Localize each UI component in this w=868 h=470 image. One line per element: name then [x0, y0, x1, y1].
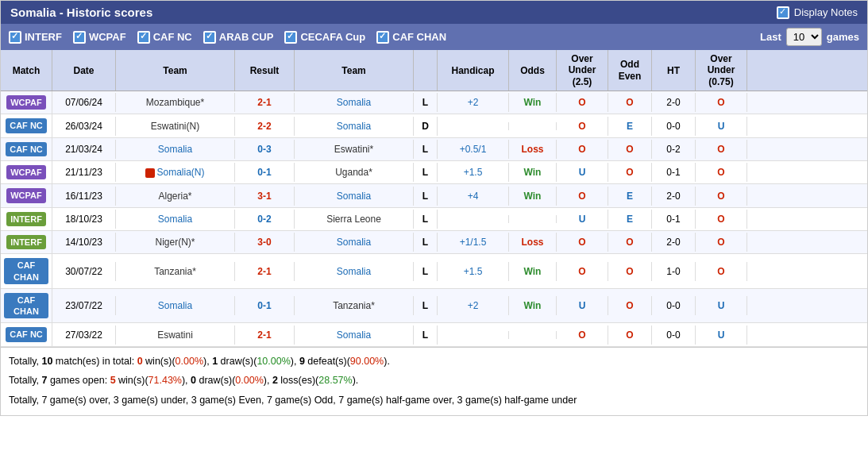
cell-match: CAF CHAN [1, 289, 52, 323]
cell-match: WCPAF [1, 184, 52, 206]
cell-handicap: +1.5 [438, 163, 509, 182]
cell-date: 21/11/23 [52, 163, 116, 182]
cell-outcome: L [414, 187, 438, 206]
filter-cecafa[interactable]: CECAFA Cup [284, 31, 365, 44]
cell-team1: Somalia(N) [116, 163, 235, 182]
cell-team1: Eswatini(N) [116, 117, 235, 136]
arabcup-checkbox[interactable] [203, 31, 216, 44]
col-team2: Team [295, 50, 414, 91]
display-notes-checkbox[interactable] [777, 6, 789, 19]
cell-match: CAF NC [1, 323, 52, 345]
display-notes-section: Display Notes [777, 6, 858, 19]
cell-result: 3-0 [235, 233, 295, 252]
cell-match: CAF CHAN [1, 254, 52, 288]
cell-team2: Somalia [295, 262, 414, 281]
cell-ht: 0-0 [652, 117, 696, 136]
cell-team2: Sierra Leone [295, 210, 414, 229]
table-row: CAF CHAN23/07/22Somalia0-1Tanzania*L+2Wi… [1, 289, 867, 324]
cell-ou25: U [557, 210, 608, 229]
cell-match: INTERF [1, 208, 52, 230]
cell-ou075: U [696, 117, 747, 136]
cell-team1: Niger(N)* [116, 233, 235, 252]
interf-checkbox[interactable] [9, 31, 21, 44]
summary-line3: Totally, 7 game(s) over, 3 game(s) under… [9, 391, 859, 410]
interf-label: INTERF [25, 31, 62, 43]
cell-odds: Win [509, 296, 557, 315]
cell-result: 2-1 [235, 93, 295, 112]
arabcup-label: ARAB CUP [219, 31, 274, 43]
table-row: CAF NC27/03/22Eswatini2-1SomaliaLOO0-0U [1, 323, 867, 346]
cell-team2: Somalia [295, 117, 414, 136]
cell-oe: E [608, 210, 652, 229]
cafnc-checkbox[interactable] [137, 31, 150, 44]
cell-ou25: U [557, 163, 608, 182]
col-match: Match [1, 50, 52, 91]
filter-wcpaf[interactable]: WCPAF [73, 31, 126, 44]
cell-result: 0-1 [235, 296, 295, 315]
cell-ou25: O [557, 93, 608, 112]
cell-odds [509, 122, 557, 130]
filter-cafnc[interactable]: CAF NC [137, 31, 192, 44]
table-row: CAF NC21/03/24Somalia0-3Eswatini*L+0.5/1… [1, 138, 867, 161]
cell-ou075: O [696, 262, 747, 281]
cell-odds [509, 215, 557, 223]
filter-cafchan[interactable]: CAF CHAN [376, 31, 446, 44]
last-games-select[interactable]: 10 20 50 [786, 28, 822, 46]
cell-ou25: O [557, 326, 608, 345]
cell-ou25: O [557, 187, 608, 206]
cell-odds: Win [509, 262, 557, 281]
cell-result: 0-3 [235, 140, 295, 159]
cell-handicap: +0.5/1 [438, 140, 509, 159]
cell-team2: Tanzania* [295, 296, 414, 315]
cell-team2: Somalia [295, 187, 414, 206]
cell-outcome: L [414, 296, 438, 315]
cell-outcome: L [414, 210, 438, 229]
cell-date: 21/03/24 [52, 140, 116, 159]
col-team1: Team [116, 50, 235, 91]
filter-row: INTERF WCPAF CAF NC ARAB CUP CECAFA Cup … [1, 24, 867, 50]
cell-date: 07/06/24 [52, 93, 116, 112]
col-date: Date [52, 50, 116, 91]
display-notes-label: Display Notes [794, 6, 858, 18]
col-result: Result [235, 50, 295, 91]
cell-outcome: D [414, 117, 438, 136]
col-ou075: OverUnder(0.75) [696, 50, 747, 91]
cell-date: 27/03/22 [52, 326, 116, 345]
cell-handicap [438, 331, 509, 339]
cafchan-checkbox[interactable] [376, 31, 389, 44]
cell-handicap: +1/1.5 [438, 233, 509, 252]
page-title: Somalia - Historic scores [10, 6, 152, 19]
table-body: WCPAF07/06/24Mozambique*2-1SomaliaL+2Win… [1, 91, 867, 347]
cell-ou075: O [696, 140, 747, 159]
cell-date: 18/10/23 [52, 210, 116, 229]
cell-date: 30/07/22 [52, 262, 116, 281]
cell-team2: Somalia [295, 93, 414, 112]
cell-odds: Win [509, 163, 557, 182]
table-row: WCPAF21/11/23Somalia(N)0-1Uganda*L+1.5Wi… [1, 161, 867, 184]
cell-ht: 0-1 [652, 210, 696, 229]
table-row: CAF CHAN30/07/22Tanzania*2-1SomaliaL+1.5… [1, 254, 867, 289]
cell-result: 2-2 [235, 117, 295, 136]
cell-outcome: L [414, 326, 438, 345]
cell-handicap [438, 215, 509, 223]
filter-arabcup[interactable]: ARAB CUP [203, 31, 274, 44]
cell-date: 23/07/22 [52, 296, 116, 315]
cell-ht: 0-0 [652, 326, 696, 345]
cell-odds: Win [509, 93, 557, 112]
cell-date: 16/11/23 [52, 187, 116, 206]
cecafa-checkbox[interactable] [284, 31, 297, 44]
table-row: CAF NC26/03/24Eswatini(N)2-2SomaliaDOE0-… [1, 114, 867, 137]
summary-line1: Totally, 10 match(es) in total: 0 win(s)… [9, 352, 859, 371]
filter-interf[interactable]: INTERF [9, 31, 62, 44]
games-label: games [827, 31, 859, 43]
cell-result: 0-2 [235, 210, 295, 229]
cell-team2: Uganda* [295, 163, 414, 182]
wcpaf-checkbox[interactable] [73, 31, 86, 44]
cell-outcome: L [414, 163, 438, 182]
cecafa-label: CECAFA Cup [300, 31, 365, 43]
header: Somalia - Historic scores Display Notes [1, 1, 867, 24]
cell-match: WCPAF [1, 161, 52, 183]
cell-result: 2-1 [235, 326, 295, 345]
cell-oe: O [608, 296, 652, 315]
cell-oe: O [608, 326, 652, 345]
